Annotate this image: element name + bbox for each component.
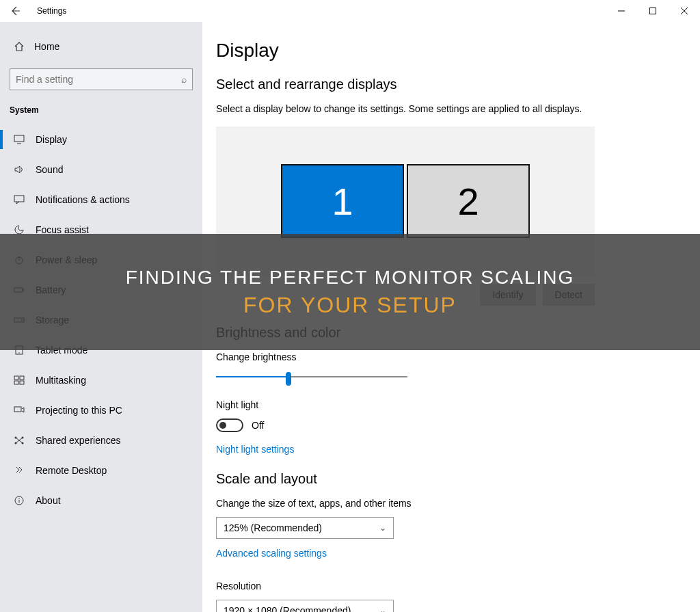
svg-rect-1 (650, 8, 656, 14)
nightlight-toggle[interactable] (216, 418, 243, 432)
svg-rect-6 (14, 196, 24, 202)
sidebar-item-about[interactable]: About (0, 485, 202, 516)
sidebar-item-label: Display (36, 134, 67, 145)
sidebar-section-label: System (0, 98, 202, 124)
svg-point-14 (18, 352, 19, 353)
sidebar-item-label: Sound (36, 164, 63, 175)
sidebar-item-shared[interactable]: Shared experiences (0, 425, 202, 455)
sidebar-item-sound[interactable]: Sound (0, 155, 202, 185)
sidebar-item-label: Notifications & actions (36, 194, 130, 205)
minimize-button[interactable] (606, 0, 637, 22)
nightlight-settings-link[interactable]: Night light settings (216, 444, 294, 455)
advanced-scaling-link[interactable]: Advanced scaling settings (216, 548, 327, 559)
sidebar-item-label: Multitasking (36, 375, 86, 386)
display-icon (12, 135, 26, 144)
chevron-down-icon: ⌄ (379, 606, 386, 612)
monitor-1[interactable]: 1 (281, 164, 404, 238)
maximize-button[interactable] (637, 0, 669, 22)
svg-rect-19 (14, 407, 21, 412)
window-title: Settings (37, 6, 66, 16)
svg-point-22 (15, 437, 17, 439)
brightness-slider[interactable] (216, 371, 407, 384)
page-title: Display (216, 40, 700, 62)
svg-rect-16 (20, 376, 24, 380)
sidebar-item-notifications[interactable]: Notifications & actions (0, 185, 202, 215)
scale-heading: Scale and layout (216, 471, 700, 487)
sidebar-item-display[interactable]: Display (0, 124, 202, 155)
sidebar-home[interactable]: Home (0, 33, 202, 60)
about-icon (12, 496, 26, 505)
sidebar-item-label: Shared experiences (36, 435, 121, 446)
focus-icon (12, 225, 26, 235)
svg-rect-18 (20, 381, 24, 384)
svg-point-24 (15, 442, 17, 444)
brightness-label: Change brightness (216, 351, 700, 362)
chevron-down-icon: ⌄ (379, 523, 386, 533)
svg-point-28 (18, 498, 19, 498)
notifications-icon (12, 195, 26, 204)
monitor-2[interactable]: 2 (407, 164, 530, 238)
rearrange-heading: Select and rearrange displays (216, 77, 700, 92)
titlebar: Settings (0, 0, 700, 22)
scale-value: 125% (Recommended) (224, 522, 322, 533)
text-overlay: FINDING THE PERFECT MONITOR SCALING FOR … (0, 234, 700, 350)
home-icon (12, 41, 26, 52)
nightlight-state: Off (252, 420, 264, 431)
back-arrow-icon (10, 5, 21, 16)
svg-rect-17 (14, 381, 18, 384)
window-controls (606, 0, 700, 22)
project-icon (12, 405, 26, 415)
multitask-icon (12, 375, 26, 385)
search-box[interactable]: ⌕ (10, 68, 193, 90)
svg-rect-4 (14, 135, 24, 142)
slider-thumb[interactable] (286, 372, 291, 386)
svg-rect-15 (14, 376, 18, 380)
sidebar-item-label: About (36, 495, 61, 506)
sidebar-item-multitask[interactable]: Multitasking (0, 365, 202, 395)
shared-icon (12, 436, 26, 445)
svg-point-23 (22, 437, 24, 439)
search-input[interactable] (16, 74, 181, 85)
rearrange-desc: Select a display below to change its set… (216, 103, 700, 114)
back-button[interactable] (0, 0, 30, 22)
sidebar-home-label: Home (34, 41, 59, 52)
svg-point-25 (22, 442, 24, 444)
sidebar-item-label: Projecting to this PC (36, 405, 122, 416)
overlay-line2: FOR YOUR SETUP (243, 293, 457, 318)
sound-icon (12, 165, 26, 174)
sidebar-item-label: Remote Desktop (36, 465, 107, 476)
overlay-line1: FINDING THE PERFECT MONITOR SCALING (126, 267, 575, 289)
resolution-dropdown[interactable]: 1920 × 1080 (Recommended) ⌄ (216, 600, 394, 612)
close-button[interactable] (669, 0, 700, 22)
resolution-value: 1920 × 1080 (Recommended) (224, 605, 351, 612)
scale-dropdown[interactable]: 125% (Recommended) ⌄ (216, 517, 394, 539)
scale-label: Change the size of text, apps, and other… (216, 498, 700, 509)
nightlight-label: Night light (216, 399, 700, 410)
resolution-label: Resolution (216, 581, 700, 591)
remote-icon (12, 466, 26, 475)
search-icon: ⌕ (181, 74, 187, 85)
sidebar-item-project[interactable]: Projecting to this PC (0, 395, 202, 425)
sidebar-item-remote[interactable]: Remote Desktop (0, 455, 202, 485)
